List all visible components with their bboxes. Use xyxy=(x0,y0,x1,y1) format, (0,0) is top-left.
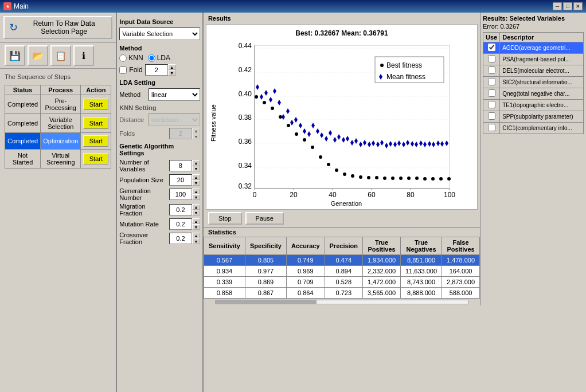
pause-button[interactable]: Pause xyxy=(245,212,284,225)
crossover-btns: ▲ ▼ xyxy=(192,233,200,244)
stats-row: 0.339 0.869 0.709 0.528 1,472.000 8,743.… xyxy=(204,277,479,288)
action-cell-3: Start xyxy=(81,133,111,150)
gen-num-down[interactable]: ▼ xyxy=(192,194,200,200)
info-button[interactable]: ℹ xyxy=(73,45,94,66)
migration-spinner[interactable]: ▲ ▼ xyxy=(169,204,200,215)
gen-num-spinner[interactable]: ▲ ▼ xyxy=(169,189,200,200)
mutation-spinner[interactable]: ▲ ▼ xyxy=(169,218,200,230)
crossover-label: Crossover Fraction xyxy=(119,232,169,245)
fold-checkbox[interactable] xyxy=(119,66,127,74)
mutation-down[interactable]: ▼ xyxy=(192,224,200,230)
var-checkbox-7[interactable] xyxy=(488,112,495,120)
gen-num-up[interactable]: ▲ xyxy=(192,189,200,194)
fold-up-btn[interactable]: ▲ xyxy=(168,64,176,70)
statistics-label: Statistics xyxy=(204,228,480,237)
crossover-down[interactable]: ▼ xyxy=(192,238,200,244)
migration-up[interactable]: ▲ xyxy=(192,204,200,210)
statistics-table: Sensitivity Specificity Accuracy Precisi… xyxy=(204,237,480,299)
stats-table-wrap[interactable]: Sensitivity Specificity Accuracy Precisi… xyxy=(204,237,480,299)
view-button[interactable]: 📋 xyxy=(50,45,71,66)
y-axis-label: Fitness value xyxy=(209,40,218,207)
close-button[interactable]: ✕ xyxy=(573,2,583,10)
save-button[interactable]: 💾 xyxy=(5,45,25,66)
num-vars-spinner[interactable]: ▲ ▼ xyxy=(169,160,200,171)
best-point xyxy=(391,177,394,180)
var-checkbox-cell-2[interactable] xyxy=(483,54,500,65)
svg-text:0.32: 0.32 xyxy=(239,182,252,190)
start-button-3[interactable]: Start xyxy=(83,135,108,147)
fold-spinner[interactable]: ▲ ▼ xyxy=(145,64,176,76)
num-vars-up[interactable]: ▲ xyxy=(192,160,200,166)
pop-size-up[interactable]: ▲ xyxy=(192,174,200,180)
var-checkbox-5[interactable] xyxy=(488,89,495,97)
back-button[interactable]: ↻ Return To Raw Data Selection Page xyxy=(3,16,112,39)
app-icon: ★ xyxy=(3,2,11,10)
distance-row: Distance euclidean xyxy=(119,113,200,126)
pop-size-spinner[interactable]: ▲ ▼ xyxy=(169,174,200,186)
var-checkbox-cell-7[interactable] xyxy=(483,111,500,123)
pop-size-input[interactable] xyxy=(169,174,192,186)
horizontal-scrollbar[interactable] xyxy=(204,299,480,305)
num-vars-row: Number of Variables ▲ ▼ xyxy=(119,159,200,173)
distance-label: Distance xyxy=(119,116,149,123)
open-button[interactable]: 📂 xyxy=(28,45,48,66)
var-name-5: Qneg(total negative char... xyxy=(500,88,584,100)
knn-radio-label[interactable]: KNN xyxy=(119,54,143,62)
mutation-up[interactable]: ▲ xyxy=(192,218,200,224)
num-vars-input[interactable] xyxy=(169,160,192,171)
start-button-2[interactable]: Start xyxy=(83,117,108,129)
svg-text:Mean fitness: Mean fitness xyxy=(386,73,425,81)
title-bar: ★ Main ─ □ ✕ xyxy=(0,0,586,13)
fold-down-btn[interactable]: ▼ xyxy=(168,70,176,76)
lda-radio[interactable] xyxy=(148,54,155,62)
input-source-select[interactable]: Variable Selection xyxy=(119,28,200,40)
tp-4: 3,565.000 xyxy=(363,288,401,299)
fold-input[interactable] xyxy=(145,64,168,76)
mutation-input[interactable] xyxy=(169,218,192,230)
toolbar: 💾 📂 📋 ℹ xyxy=(0,42,116,69)
best-point xyxy=(287,124,290,127)
gen-num-input[interactable] xyxy=(169,189,192,200)
lda-method-select[interactable]: linear xyxy=(149,88,200,101)
variable-row: PSA(fragment-based pol... xyxy=(483,54,584,65)
crossover-spinner[interactable]: ▲ ▼ xyxy=(169,233,200,244)
mutation-label: Mutation Rate xyxy=(119,221,169,228)
var-checkbox-cell-1[interactable] xyxy=(483,42,500,54)
process-screening: Virtual Screening xyxy=(41,150,81,168)
best-point xyxy=(271,107,274,110)
lda-radio-label[interactable]: LDA xyxy=(148,54,170,62)
chart-svg: 0.44 0.42 0.40 0.38 0.36 0.34 0.32 xyxy=(218,40,475,206)
var-checkbox-cell-6[interactable] xyxy=(483,100,500,111)
title-bar-controls[interactable]: ─ □ ✕ xyxy=(553,2,583,10)
knn-radio[interactable] xyxy=(119,54,127,62)
var-checkbox-4[interactable] xyxy=(488,78,495,85)
var-checkbox-cell-5[interactable] xyxy=(483,88,500,100)
tn-3: 8,743.000 xyxy=(401,277,442,288)
x-axis-label: Generation xyxy=(218,200,475,207)
crossover-up[interactable]: ▲ xyxy=(192,233,200,238)
variable-row: TE1(topographic electro... xyxy=(483,100,584,111)
var-checkbox-cell-8[interactable] xyxy=(483,123,500,134)
stop-button[interactable]: Stop xyxy=(208,212,242,225)
minimize-button[interactable]: ─ xyxy=(553,2,562,10)
crossover-input[interactable] xyxy=(169,233,192,244)
var-checkbox-6[interactable] xyxy=(488,101,495,108)
var-checkbox-3[interactable] xyxy=(488,66,495,74)
best-point xyxy=(383,177,386,180)
num-vars-btns: ▲ ▼ xyxy=(192,160,200,171)
svg-text:0.44: 0.44 xyxy=(239,42,252,50)
maximize-button[interactable]: □ xyxy=(563,2,572,10)
var-checkbox-8[interactable] xyxy=(488,124,495,131)
migration-input[interactable] xyxy=(169,204,192,215)
var-checkbox-2[interactable] xyxy=(488,55,495,62)
var-checkbox-1[interactable] xyxy=(488,44,495,51)
pop-size-down[interactable]: ▼ xyxy=(192,180,200,186)
migration-down[interactable]: ▼ xyxy=(192,210,200,215)
var-name-2: PSA(fragment-based pol... xyxy=(500,54,584,65)
var-checkbox-cell-3[interactable] xyxy=(483,65,500,77)
start-button-1[interactable]: Start xyxy=(83,99,108,110)
var-checkbox-cell-4[interactable] xyxy=(483,77,500,88)
start-button-4[interactable]: Start xyxy=(83,153,108,164)
col-true-negatives: TrueNegatives xyxy=(401,237,442,255)
num-vars-down[interactable]: ▼ xyxy=(192,166,200,171)
